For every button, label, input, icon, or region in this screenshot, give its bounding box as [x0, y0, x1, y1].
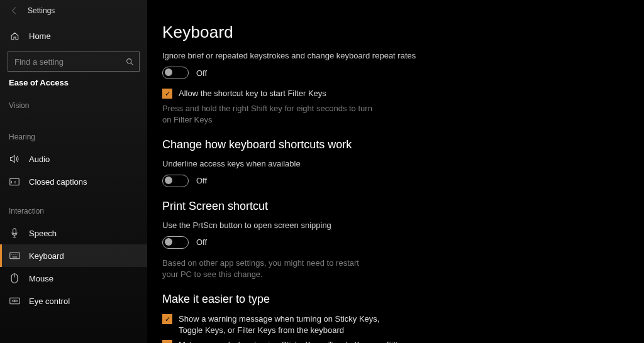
filter-keys-shortcut-checkbox[interactable]: ✓ — [162, 89, 172, 99]
svg-line-1 — [131, 63, 133, 65]
nav-group-header: Vision — [0, 101, 147, 110]
svg-point-8 — [17, 254, 18, 255]
svg-rect-9 — [12, 257, 17, 258]
prtscn-toggle[interactable] — [162, 236, 189, 249]
captions-icon — [9, 178, 20, 186]
filter-keys-shortcut-label: Allow the shortcut key to start Filter K… — [179, 88, 326, 99]
prtscn-toggle-state: Off — [196, 237, 207, 247]
prtscn-heading: Print Screen shortcut — [162, 200, 619, 213]
easier-check1-label: Show a warning message when turning on S… — [179, 313, 405, 335]
sidebar-item-audio[interactable]: Audio — [0, 148, 147, 170]
sidebar: Settings Home Ease of Access VisionHeari… — [0, 0, 147, 343]
mouse-icon — [9, 273, 20, 283]
sidebar-item-label: Mouse — [29, 274, 53, 283]
category-title: Ease of Access — [0, 78, 147, 87]
sidebar-item-label: Audio — [29, 155, 50, 164]
page-title: Keyboard — [162, 23, 619, 42]
easier-heading: Make it easier to type — [162, 293, 619, 306]
underline-label: Underline access keys when available — [162, 159, 619, 168]
nav-group-header: Interaction — [0, 207, 147, 215]
window-title: Settings — [28, 6, 55, 15]
filter-keys-desc: Ignore brief or repeated keystrokes and … — [162, 51, 619, 60]
svg-rect-4 — [9, 253, 19, 258]
sidebar-item-captions[interactable]: Closed captions — [0, 170, 147, 193]
svg-point-5 — [11, 254, 12, 255]
search-icon — [126, 58, 134, 66]
prtscn-desc: Use the PrtScn button to open screen sni… — [162, 220, 619, 230]
search-input[interactable] — [13, 57, 123, 67]
svg-rect-3 — [13, 229, 16, 234]
sidebar-item-label: Eye control — [29, 297, 70, 306]
sidebar-item-label: Speech — [29, 229, 57, 238]
search-box[interactable] — [8, 52, 140, 72]
home-label: Home — [29, 31, 51, 41]
sidebar-item-label: Keyboard — [29, 251, 64, 261]
svg-point-6 — [13, 254, 14, 255]
underline-toggle[interactable] — [162, 175, 189, 187]
underline-toggle-state: Off — [196, 176, 207, 185]
svg-point-7 — [15, 254, 16, 255]
back-button[interactable] — [8, 4, 21, 18]
sidebar-item-mouse[interactable]: Mouse — [0, 267, 147, 290]
shortcuts-heading: Change how keyboard shortcuts work — [162, 138, 619, 151]
prtscn-hint: Based on other app settings, you might n… — [162, 258, 376, 280]
sidebar-item-label: Closed captions — [29, 177, 87, 187]
sidebar-item-eye[interactable]: Eye control — [0, 290, 147, 312]
easier-check1[interactable]: ✓ — [162, 314, 172, 324]
easier-check2[interactable]: ✓ — [162, 340, 172, 343]
content: Keyboard Ignore brief or repeated keystr… — [147, 0, 644, 343]
audio-icon — [9, 155, 20, 163]
keyboard-icon — [9, 252, 20, 259]
nav-group-header: Hearing — [0, 133, 147, 141]
home-icon — [9, 31, 20, 41]
svg-point-0 — [127, 58, 131, 63]
speech-icon — [9, 228, 20, 238]
titlebar: Settings — [0, 0, 147, 21]
svg-point-13 — [14, 300, 15, 302]
home-nav[interactable]: Home — [0, 25, 147, 46]
sidebar-item-keyboard[interactable]: Keyboard — [0, 244, 147, 267]
filter-keys-shortcut-hint: Press and hold the right Shift key for e… — [162, 103, 376, 126]
easier-check2-label: Make a sound when turning Sticky Keys, T… — [179, 339, 405, 343]
filter-keys-toggle[interactable] — [162, 67, 189, 79]
filter-keys-toggle-state: Off — [196, 68, 207, 78]
sidebar-item-speech[interactable]: Speech — [0, 222, 147, 244]
eye-icon — [9, 297, 20, 305]
